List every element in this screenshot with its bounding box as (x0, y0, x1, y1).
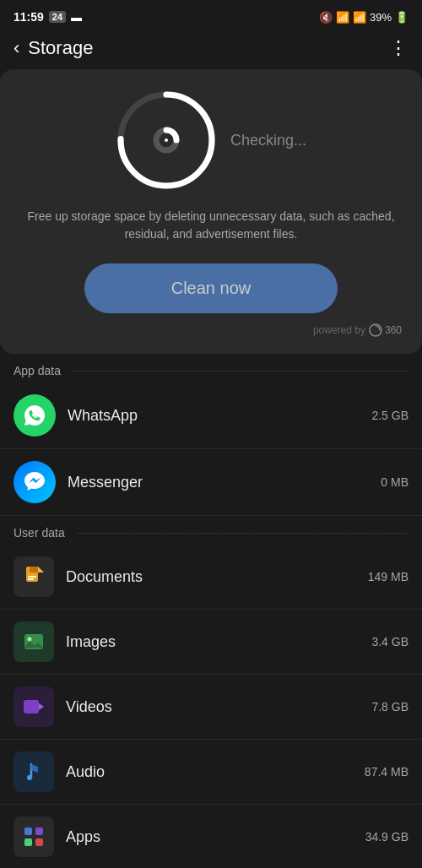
section-divider (77, 533, 408, 534)
svg-rect-19 (24, 838, 32, 846)
status-left: 11:59 24 ▬ (14, 10, 82, 24)
back-button[interactable]: ‹ (14, 37, 19, 59)
videos-label: Videos (66, 698, 371, 716)
mute-icon: 🔇 (319, 11, 333, 24)
svg-marker-15 (39, 703, 44, 710)
battery-icon: 🔋 (395, 11, 408, 24)
svg-rect-14 (24, 700, 39, 713)
messenger-label: Messenger (68, 474, 381, 491)
whatsapp-icon (14, 394, 56, 437)
top-bar-left: ‹ Storage (14, 37, 93, 59)
svg-rect-20 (35, 838, 43, 846)
list-item[interactable]: Videos 7.8 GB (0, 675, 422, 740)
status-time: 11:59 (14, 10, 44, 24)
clean-now-button[interactable]: Clean now (84, 263, 338, 313)
checking-text: Checking... (230, 132, 306, 149)
circle-area: Checking... (17, 90, 405, 191)
documents-icon (14, 556, 54, 597)
page-title: Storage (28, 37, 93, 59)
app-data-section-label: App data (0, 354, 422, 382)
audio-icon (14, 751, 54, 792)
whatsapp-label: WhatsApp (68, 407, 371, 425)
svg-point-4 (165, 138, 168, 142)
brand-360: 360 (369, 323, 402, 337)
battery-percent: 39% (370, 11, 392, 24)
more-options-button[interactable]: ⋮ (389, 37, 408, 59)
progress-circle (116, 90, 217, 191)
list-item[interactable]: Images 3.4 GB (0, 610, 422, 675)
list-item[interactable]: Messenger 0 MB (0, 449, 422, 516)
svg-marker-10 (38, 567, 44, 572)
whatsapp-size: 2.5 GB (371, 409, 408, 422)
status-sim-badge: 24 (49, 11, 66, 23)
list-item[interactable]: Audio 87.4 MB (0, 740, 422, 805)
user-data-section-label: User data (0, 516, 422, 545)
audio-size: 87.4 MB (365, 765, 408, 778)
videos-size: 7.8 GB (371, 700, 408, 713)
signal-icon: 📶 (353, 11, 366, 24)
svg-point-16 (27, 775, 32, 780)
powered-by: powered by 360 (17, 323, 405, 337)
documents-label: Documents (66, 568, 368, 586)
status-right: 🔇 📶 📶 39% 🔋 (319, 11, 408, 24)
images-size: 3.4 GB (371, 635, 408, 648)
section-divider (73, 371, 408, 372)
documents-size: 149 MB (368, 570, 408, 583)
svg-rect-8 (28, 576, 36, 578)
list-item[interactable]: Documents 149 MB (0, 545, 422, 610)
messenger-icon (14, 461, 56, 503)
sim-icon: ▬ (71, 11, 82, 24)
svg-rect-7 (30, 567, 38, 572)
storage-description: Free up storage space by deleting unnece… (17, 208, 405, 243)
svg-rect-9 (28, 578, 34, 580)
apps-label: Apps (66, 828, 365, 846)
circle-inner-icon (152, 126, 181, 155)
svg-point-12 (28, 637, 32, 642)
wifi-icon: 📶 (336, 11, 349, 24)
top-bar: ‹ Storage ⋮ (0, 30, 422, 69)
svg-rect-17 (24, 827, 32, 835)
svg-rect-18 (35, 827, 43, 835)
list-item[interactable]: WhatsApp 2.5 GB (0, 382, 422, 449)
messenger-size: 0 MB (381, 475, 408, 489)
images-icon (14, 621, 54, 662)
storage-card: Checking... Free up storage space by del… (0, 69, 422, 354)
list-item[interactable]: Apps 34.9 GB (0, 805, 422, 868)
images-label: Images (66, 633, 371, 651)
videos-icon (14, 686, 54, 727)
apps-size: 34.9 GB (365, 830, 408, 844)
status-bar: 11:59 24 ▬ 🔇 📶 📶 39% 🔋 (0, 0, 422, 30)
audio-label: Audio (66, 763, 365, 781)
apps-icon (14, 816, 54, 857)
